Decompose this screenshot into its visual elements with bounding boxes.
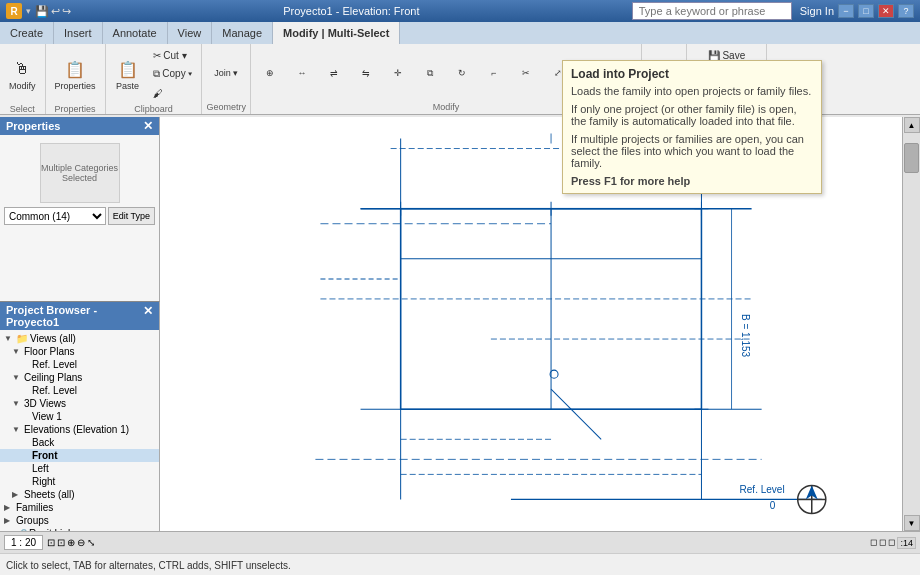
views-all-label: Views (all) <box>30 333 76 344</box>
expand-sheets-icon: ▶ <box>12 490 22 499</box>
expand-floor-icon: ▼ <box>12 347 22 356</box>
select-group-label: Select <box>10 102 35 114</box>
scroll-up-button[interactable]: ▲ <box>904 117 920 133</box>
category-icon-label: Multiple Categories Selected <box>41 163 119 183</box>
properties-label: Properties <box>55 81 96 91</box>
tab-annotate[interactable]: Annotate <box>103 22 168 44</box>
scroll-down-button[interactable]: ▼ <box>904 515 920 531</box>
ribbon-group-properties: 📋 Properties Properties <box>46 44 106 114</box>
cut-button[interactable]: ✂ Cut ▾ <box>148 46 198 64</box>
browser-close-button[interactable]: ✕ <box>143 304 153 328</box>
tree-item-ceiling-plans[interactable]: ▼ Ceiling Plans <box>0 371 159 384</box>
trim-button[interactable]: ⌐ <box>479 58 509 88</box>
maximize-button[interactable]: □ <box>858 4 874 18</box>
properties-panel-header: Properties ✕ <box>0 117 159 135</box>
tree-item-sheets[interactable]: ▶ Sheets (all) <box>0 488 159 501</box>
tree-item-left[interactable]: Left <box>0 462 159 475</box>
tooltip-note1: If only one project (or other family fil… <box>571 103 813 127</box>
zoom-out-icon[interactable]: ⊖ <box>77 537 85 548</box>
properties-close-button[interactable]: ✕ <box>143 119 153 133</box>
type-selector-row: Common (14) Edit Type <box>4 207 155 225</box>
tree-item-ref-level-floor[interactable]: Ref. Level <box>0 358 159 371</box>
tooltip-box: Load into Project Loads the family into … <box>562 60 822 194</box>
title-bar-left: R ▾ 💾 ↩ ↪ <box>6 3 71 19</box>
modify-label: Modify <box>9 81 36 91</box>
tree-item-3d-views[interactable]: ▼ 3D Views <box>0 397 159 410</box>
ribbon-group-geometry: Join ▾ Geometry <box>202 44 251 114</box>
scale-display[interactable]: 1 : 20 <box>4 535 43 550</box>
sheets-label: Sheets (all) <box>24 489 75 500</box>
mirror-draw-button[interactable]: ⇋ <box>351 58 381 88</box>
3d-views-label: 3D Views <box>24 398 66 409</box>
browser-content: ▼ 📁 Views (all) ▼ Floor Plans Ref. Level… <box>0 330 159 542</box>
status-nav-icons: ⊡ ⊡ ⊕ ⊖ ⤡ <box>47 537 95 548</box>
close-button[interactable]: ✕ <box>878 4 894 18</box>
tree-item-back[interactable]: Back <box>0 436 159 449</box>
offset-button[interactable]: ↔ <box>287 58 317 88</box>
paste-icon: 📋 <box>116 57 140 81</box>
select-buttons: 🖱 Modify <box>4 46 41 102</box>
tree-item-view1[interactable]: View 1 <box>0 410 159 423</box>
zoom-in-icon[interactable]: ⊕ <box>67 537 75 548</box>
display-icon-2[interactable]: ◻ <box>879 537 886 549</box>
properties-icon: 📋 <box>63 57 87 81</box>
type-selector[interactable]: Common (14) <box>4 207 106 225</box>
front-label: Front <box>32 450 58 461</box>
copy-button[interactable]: ⧉ Copy ▾ <box>148 65 198 83</box>
views-folder-icon: 📁 <box>16 333 28 344</box>
match-props-button[interactable]: 🖌 <box>148 84 198 102</box>
sign-in-link[interactable]: Sign In <box>800 5 834 17</box>
join-button[interactable]: Join ▾ <box>208 57 244 89</box>
minimize-button[interactable]: − <box>838 4 854 18</box>
expand-views-icon: ▼ <box>4 334 14 343</box>
tab-modify[interactable]: Modify | Multi-Select <box>273 22 400 44</box>
modify-icon: 🖱 <box>10 57 34 81</box>
floor-plans-label: Floor Plans <box>24 346 75 357</box>
split-button[interactable]: ✂ <box>511 58 541 88</box>
edit-type-button[interactable]: Edit Type <box>108 207 155 225</box>
display-icon-3[interactable]: ◻ <box>888 537 895 549</box>
clipboard-buttons: 📋 Paste ✂ Cut ▾ ⧉ Copy ▾ 🖌 <box>110 46 198 102</box>
back-label: Back <box>32 437 54 448</box>
category-icon-area: Multiple Categories Selected <box>40 143 120 203</box>
paste-button[interactable]: 📋 Paste <box>110 46 146 102</box>
tree-item-families[interactable]: ▶ Families <box>0 501 159 514</box>
rotate-button[interactable]: ↻ <box>447 58 477 88</box>
svg-text:Ref. Level: Ref. Level <box>740 484 785 495</box>
tree-item-right[interactable]: Right <box>0 475 159 488</box>
tab-insert[interactable]: Insert <box>54 22 103 44</box>
move-button[interactable]: ✛ <box>383 58 413 88</box>
fit-view-icon[interactable]: ⤡ <box>87 537 95 548</box>
tree-item-elevations[interactable]: ▼ Elevations (Elevation 1) <box>0 423 159 436</box>
tab-view[interactable]: View <box>168 22 213 44</box>
scroll-track[interactable] <box>903 133 920 515</box>
copy-tool-button[interactable]: ⧉ <box>415 58 445 88</box>
families-label: Families <box>16 502 53 513</box>
search-input[interactable] <box>632 2 792 20</box>
pan-icon[interactable]: ⊡ <box>47 537 55 548</box>
tree-item-views-all[interactable]: ▼ 📁 Views (all) <box>0 332 159 345</box>
modify-button[interactable]: 🖱 Modify <box>4 46 41 102</box>
properties-button[interactable]: 📋 Properties <box>50 46 101 102</box>
tree-item-ref-level-ceiling[interactable]: Ref. Level <box>0 384 159 397</box>
help-button[interactable]: ? <box>898 4 914 18</box>
title-bar-right: Sign In − □ ✕ ? <box>632 2 914 20</box>
vertical-scrollbar: ▲ ▼ <box>902 117 920 531</box>
display-count[interactable]: :14 <box>897 537 916 549</box>
tree-item-groups[interactable]: ▶ Groups <box>0 514 159 527</box>
groups-label: Groups <box>16 515 49 526</box>
mirror-pick-button[interactable]: ⇌ <box>319 58 349 88</box>
display-icon-1[interactable]: ◻ <box>870 537 877 549</box>
zoom-icon[interactable]: ⊡ <box>57 537 65 548</box>
expand-3d-icon: ▼ <box>12 399 22 408</box>
browser-header: Project Browser - Proyecto1 ✕ <box>0 302 159 330</box>
tab-manage[interactable]: Manage <box>212 22 273 44</box>
scroll-thumb[interactable] <box>904 143 919 173</box>
align-button[interactable]: ⊕ <box>255 58 285 88</box>
svg-text:0: 0 <box>770 500 776 511</box>
elevations-label: Elevations (Elevation 1) <box>24 424 129 435</box>
title-bar: R ▾ 💾 ↩ ↪ Proyecto1 - Elevation: Front S… <box>0 0 920 22</box>
tree-item-front[interactable]: Front <box>0 449 159 462</box>
tree-item-floor-plans[interactable]: ▼ Floor Plans <box>0 345 159 358</box>
tab-create[interactable]: Create <box>0 22 54 44</box>
